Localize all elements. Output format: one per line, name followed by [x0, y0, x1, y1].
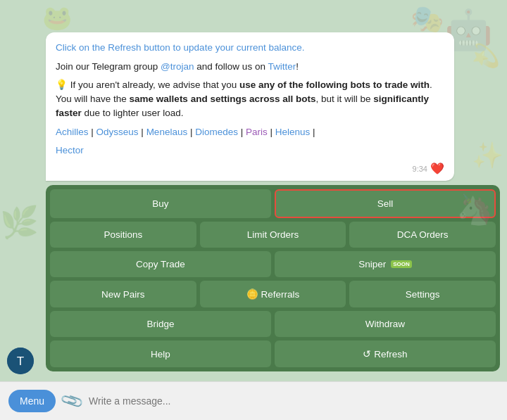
menelaus-link[interactable]: Menelaus — [146, 127, 188, 137]
menu-button[interactable]: Menu — [8, 390, 56, 412]
paris-link[interactable]: Paris — [246, 127, 268, 137]
keyboard-row-6: Help ↺ Refresh — [50, 341, 496, 367]
message-timestamp: 9:34 ❤️ — [56, 162, 444, 175]
message-line1: Click on the Refresh button to update yo… — [56, 41, 444, 55]
soon-badge: SOON — [391, 260, 412, 268]
keyboard-row-2: Positions Limit Orders DCA Orders — [50, 222, 496, 248]
settings-button[interactable]: Settings — [349, 281, 496, 307]
message-line2: Join our Telegram group @trojan and foll… — [56, 60, 444, 74]
message-line3: 💡 If you aren't already, we advise that … — [56, 78, 444, 121]
withdraw-button[interactable]: Withdraw — [275, 311, 496, 337]
help-button[interactable]: Help — [50, 341, 271, 367]
positions-button[interactable]: Positions — [50, 222, 196, 248]
trojan-link[interactable]: @trojan — [161, 61, 194, 72]
twitter-link[interactable]: Twitter — [268, 61, 296, 72]
hector-link[interactable]: Hector — [56, 145, 84, 155]
diomedes-link[interactable]: Diomedes — [195, 127, 238, 137]
buy-button[interactable]: Buy — [50, 189, 271, 218]
new-pairs-button[interactable]: New Pairs — [50, 281, 196, 307]
helenus-link[interactable]: Helenus — [275, 127, 311, 137]
bot-keyboard: Buy Sell Positions Limit Orders DCA Orde… — [46, 185, 500, 371]
message-bubble: Click on the Refresh button to update yo… — [46, 32, 454, 181]
attachment-icon[interactable]: 📎 — [59, 388, 84, 414]
message-links-2: Hector — [56, 144, 444, 158]
avatar: T — [7, 348, 34, 374]
odysseus-link[interactable]: Odysseus — [96, 127, 139, 137]
referrals-button[interactable]: 🪙 Referrals — [200, 281, 346, 307]
dca-orders-button[interactable]: DCA Orders — [349, 222, 496, 248]
refresh-button[interactable]: ↺ Refresh — [275, 341, 496, 367]
keyboard-row-3: Copy Trade Sniper SOON — [50, 251, 496, 277]
keyboard-row-1: Buy Sell — [50, 189, 496, 218]
bridge-button[interactable]: Bridge — [50, 311, 271, 337]
limit-orders-button[interactable]: Limit Orders — [200, 222, 346, 248]
heart-icon: ❤️ — [430, 162, 444, 175]
message-links: Achilles | Odysseus | Menelaus | Diomede… — [56, 125, 444, 139]
message-input[interactable] — [89, 395, 499, 407]
copy-trade-button[interactable]: Copy Trade — [50, 251, 271, 277]
keyboard-row-5: Bridge Withdraw — [50, 311, 496, 337]
sniper-button[interactable]: Sniper SOON — [275, 251, 496, 277]
line1-text: Click on the Refresh button to update yo… — [56, 42, 304, 53]
input-bar: Menu 📎 — [0, 381, 507, 420]
sell-button[interactable]: Sell — [275, 189, 496, 218]
achilles-link[interactable]: Achilles — [56, 127, 89, 137]
svg-text:T: T — [17, 355, 25, 368]
keyboard-row-4: New Pairs 🪙 Referrals Settings — [50, 281, 496, 307]
